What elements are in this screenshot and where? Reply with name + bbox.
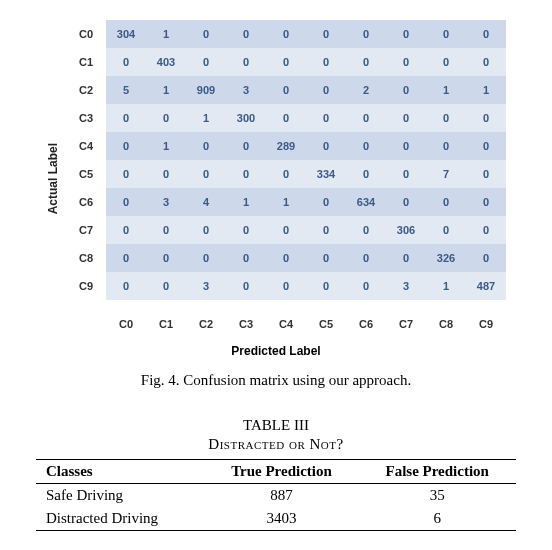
- matrix-cell: 1: [426, 76, 466, 104]
- matrix-cell: 326: [426, 244, 466, 272]
- matrix-cell: 7: [426, 160, 466, 188]
- row-header: C4: [66, 132, 106, 160]
- matrix-cell: 0: [106, 104, 146, 132]
- matrix-cell: 1: [146, 20, 186, 48]
- matrix-cell: 0: [266, 76, 306, 104]
- col-header: C6: [346, 310, 386, 338]
- matrix-cell: 0: [346, 216, 386, 244]
- row-header: C6: [66, 188, 106, 216]
- matrix-cell: 306: [386, 216, 426, 244]
- matrix-cell: 0: [346, 272, 386, 300]
- table-caption: Distracted or Not?: [20, 436, 532, 453]
- matrix-cell: 334: [306, 160, 346, 188]
- matrix-cell: 1: [146, 76, 186, 104]
- row-header: C9: [66, 272, 106, 300]
- matrix-cell: 0: [186, 20, 226, 48]
- matrix-cell: 1: [146, 132, 186, 160]
- row-header: C7: [66, 216, 106, 244]
- matrix-cell: 4: [186, 188, 226, 216]
- matrix-cell: 0: [306, 132, 346, 160]
- matrix-cell: 0: [306, 76, 346, 104]
- matrix-cell: 0: [466, 160, 506, 188]
- matrix-cell: 1: [466, 76, 506, 104]
- x-axis-label: Predicted Label: [20, 344, 532, 358]
- matrix-cell: 0: [106, 216, 146, 244]
- matrix-cell: 0: [306, 20, 346, 48]
- matrix-cell: 0: [426, 104, 466, 132]
- matrix-cell: 0: [346, 20, 386, 48]
- row-header: C8: [66, 244, 106, 272]
- table-distracted-or-not: Classes True Prediction False Prediction…: [36, 459, 516, 531]
- matrix-cell: 0: [466, 188, 506, 216]
- col-header: C0: [106, 310, 146, 338]
- col-header: C3: [226, 310, 266, 338]
- matrix-cell: 0: [306, 272, 346, 300]
- matrix-cell: 0: [266, 104, 306, 132]
- matrix-cell: 0: [186, 48, 226, 76]
- matrix-cell: 1: [266, 188, 306, 216]
- matrix-cell: 0: [306, 104, 346, 132]
- matrix-cell: 0: [266, 216, 306, 244]
- col-header: C9: [466, 310, 506, 338]
- matrix-cell: 0: [186, 160, 226, 188]
- matrix-cell: 0: [386, 104, 426, 132]
- table-row: Safe Driving: [36, 484, 204, 508]
- matrix-cell: 0: [306, 244, 346, 272]
- matrix-cell: 0: [346, 244, 386, 272]
- matrix-cell: 0: [106, 160, 146, 188]
- matrix-cell: 0: [266, 48, 306, 76]
- matrix-cell: 0: [186, 132, 226, 160]
- matrix-cell: 0: [106, 272, 146, 300]
- matrix-cell: 0: [266, 160, 306, 188]
- matrix-cell: 0: [146, 272, 186, 300]
- matrix-cell: 3: [226, 76, 266, 104]
- matrix-cell: 0: [466, 132, 506, 160]
- th-true-pred: True Prediction: [204, 460, 358, 484]
- matrix-cell: 0: [146, 244, 186, 272]
- matrix-cell: 0: [426, 188, 466, 216]
- matrix-cell: 0: [426, 216, 466, 244]
- matrix-cell: 0: [386, 132, 426, 160]
- row-header: C3: [66, 104, 106, 132]
- matrix-cell: 0: [106, 244, 146, 272]
- col-header: C4: [266, 310, 306, 338]
- col-header: C5: [306, 310, 346, 338]
- row-header: C2: [66, 76, 106, 104]
- matrix-cell: 0: [386, 76, 426, 104]
- matrix-cell: 0: [346, 104, 386, 132]
- table-cell: 35: [358, 484, 516, 508]
- col-header: C7: [386, 310, 426, 338]
- matrix-cell: 1: [186, 104, 226, 132]
- th-false-pred: False Prediction: [358, 460, 516, 484]
- matrix-cell: 403: [146, 48, 186, 76]
- matrix-cell: 0: [306, 216, 346, 244]
- matrix-cell: 0: [466, 244, 506, 272]
- matrix-cell: 0: [466, 216, 506, 244]
- matrix-cell: 3: [386, 272, 426, 300]
- matrix-cell: 300: [226, 104, 266, 132]
- matrix-cell: 0: [226, 244, 266, 272]
- matrix-cell: 0: [266, 20, 306, 48]
- matrix-cell: 0: [226, 48, 266, 76]
- matrix-cell: 0: [466, 104, 506, 132]
- matrix-cell: 487: [466, 272, 506, 300]
- row-header: C1: [66, 48, 106, 76]
- matrix-cell: 0: [106, 48, 146, 76]
- matrix-cell: 1: [226, 188, 266, 216]
- confusion-matrix: Actual Label C0304100000000C104030000000…: [20, 20, 532, 338]
- row-header: C5: [66, 160, 106, 188]
- matrix-cell: 0: [386, 160, 426, 188]
- matrix-cell: 1: [426, 272, 466, 300]
- matrix-cell: 0: [226, 132, 266, 160]
- matrix-cell: 909: [186, 76, 226, 104]
- matrix-cell: 0: [266, 272, 306, 300]
- table-cell: 887: [204, 484, 358, 508]
- table-cell: 6: [358, 507, 516, 531]
- matrix-grid: C0304100000000C1040300000000C25190930020…: [66, 20, 506, 338]
- matrix-cell: 2: [346, 76, 386, 104]
- table-row: Distracted Driving: [36, 507, 204, 531]
- matrix-cell: 3: [186, 272, 226, 300]
- matrix-cell: 0: [346, 48, 386, 76]
- matrix-cell: 0: [106, 132, 146, 160]
- matrix-cell: 0: [426, 20, 466, 48]
